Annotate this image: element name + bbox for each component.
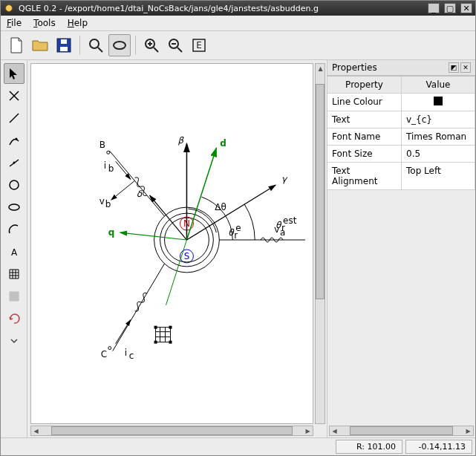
svg-line-61	[150, 195, 187, 240]
svg-rect-3	[61, 39, 67, 44]
new-file-button[interactable]	[5, 34, 27, 56]
svg-text:S: S	[184, 251, 190, 261]
col-header-property: Property	[327, 76, 402, 94]
tangent-tool-2[interactable]	[4, 152, 25, 173]
tool-palette: A	[1, 60, 27, 437]
rotate-tool[interactable]	[4, 308, 25, 329]
col-header-value: Value	[402, 76, 475, 94]
edit-tool-button[interactable]	[108, 34, 131, 56]
svg-point-4	[90, 39, 99, 48]
menu-help[interactable]: Help	[66, 17, 89, 29]
svg-line-8	[154, 48, 158, 52]
cross-tool[interactable]	[4, 85, 25, 106]
panel-close-icon[interactable]: ✕	[460, 62, 471, 73]
canvas-vertical-scrollbar[interactable]: ▲	[315, 63, 325, 424]
svg-text:c: c	[129, 351, 134, 361]
separator	[135, 36, 136, 55]
svg-point-21	[13, 162, 15, 164]
tangent-tool-1[interactable]	[4, 130, 25, 151]
svg-line-85	[116, 320, 131, 344]
canvas-horizontal-scrollbar[interactable]: ◀▶	[30, 426, 313, 436]
separator	[79, 36, 80, 55]
app-icon	[4, 3, 14, 13]
svg-point-6	[114, 42, 125, 49]
svg-point-78	[107, 151, 110, 154]
prop-val-font-name[interactable]: Times Roman	[402, 128, 475, 146]
svg-point-23	[9, 204, 19, 210]
svg-rect-97	[154, 341, 157, 344]
prop-val-text[interactable]: v_{c}	[402, 111, 475, 128]
menu-file[interactable]: File	[5, 17, 23, 29]
properties-table: Property Value Line Colour Textv_{c} Fon…	[327, 76, 475, 190]
fine-grid-tool[interactable]	[4, 286, 25, 307]
svg-text:B: B	[100, 140, 105, 150]
svg-text:C: C	[101, 349, 107, 359]
toolbar: E	[1, 31, 475, 60]
line-tool[interactable]	[4, 108, 25, 128]
zoom-in-button[interactable]	[140, 34, 163, 56]
svg-line-63	[120, 232, 187, 240]
colour-swatch[interactable]	[434, 97, 443, 105]
svg-text:e: e	[235, 223, 241, 233]
save-file-button[interactable]	[53, 34, 75, 56]
svg-text:δ: δ	[137, 189, 143, 199]
prop-key: Text	[327, 111, 402, 128]
arc-tool[interactable]	[4, 219, 25, 240]
magnify-button[interactable]	[85, 34, 107, 56]
svg-point-22	[10, 180, 19, 189]
prop-key: Font Size	[327, 146, 402, 163]
svg-rect-2	[60, 47, 68, 51]
zoom-out-button[interactable]	[164, 34, 186, 56]
panel-detach-icon[interactable]: ◩	[449, 62, 459, 73]
svg-line-18	[10, 114, 19, 123]
svg-text:i: i	[104, 160, 106, 171]
menubar: File Tools Help	[1, 16, 475, 31]
svg-point-19	[15, 138, 17, 140]
open-file-button[interactable]	[29, 34, 51, 56]
ellipse-tool[interactable]	[4, 197, 25, 218]
svg-text:E: E	[196, 40, 202, 51]
circle-tool[interactable]	[4, 175, 25, 195]
canvas-area[interactable]: N S β d γ δ q	[27, 60, 327, 437]
minimize-button[interactable]: _	[428, 3, 440, 13]
prop-key: Line Colour	[327, 94, 402, 111]
svg-text:est: est	[283, 215, 297, 226]
svg-rect-98	[169, 341, 172, 344]
svg-text:b: b	[105, 199, 111, 209]
drawing-canvas[interactable]: N S β d γ δ q	[30, 63, 313, 424]
window-title: QGLE 0.2 - /export/home1/dtai_NoCsBack/j…	[19, 4, 423, 13]
menu-tools[interactable]: Tools	[32, 17, 57, 29]
status-bar: R: 101.00 -0.14,11.13	[1, 437, 475, 455]
export-button[interactable]: E	[188, 34, 210, 56]
svg-text:v: v	[100, 196, 105, 206]
maximize-button[interactable]: ▢	[444, 3, 456, 13]
svg-line-84	[113, 264, 165, 351]
drawing-svg: N S β d γ δ q	[31, 64, 313, 423]
more-tools[interactable]	[4, 330, 25, 351]
svg-point-0	[6, 5, 13, 12]
prop-val-line-colour[interactable]	[402, 94, 475, 111]
svg-point-87	[108, 347, 111, 350]
svg-line-76	[111, 180, 135, 200]
pointer-tool[interactable]	[4, 63, 25, 84]
svg-text:γ: γ	[281, 174, 288, 184]
prop-key: Font Name	[327, 128, 402, 146]
prop-val-text-alignment[interactable]: Top Left	[402, 163, 475, 190]
svg-line-12	[177, 48, 182, 52]
svg-rect-95	[154, 326, 157, 329]
close-button[interactable]: ✕	[460, 3, 472, 13]
properties-title: Properties	[332, 62, 447, 73]
svg-text:β: β	[177, 135, 184, 146]
text-tool[interactable]: A	[4, 241, 25, 262]
svg-text:d: d	[220, 138, 226, 149]
svg-line-56	[186, 148, 216, 240]
svg-text:b: b	[108, 163, 114, 174]
svg-line-5	[98, 48, 102, 52]
properties-horizontal-scrollbar[interactable]: ◀▶	[329, 426, 474, 436]
properties-panel: Properties ◩ ✕ Property Value Line Colou…	[327, 60, 475, 437]
prop-val-font-size[interactable]: 0.5	[402, 146, 475, 163]
status-coordinates: -0.14,11.13	[405, 440, 472, 454]
svg-rect-90	[156, 328, 171, 342]
grid-tool[interactable]	[4, 264, 25, 284]
svg-line-81	[116, 161, 131, 179]
